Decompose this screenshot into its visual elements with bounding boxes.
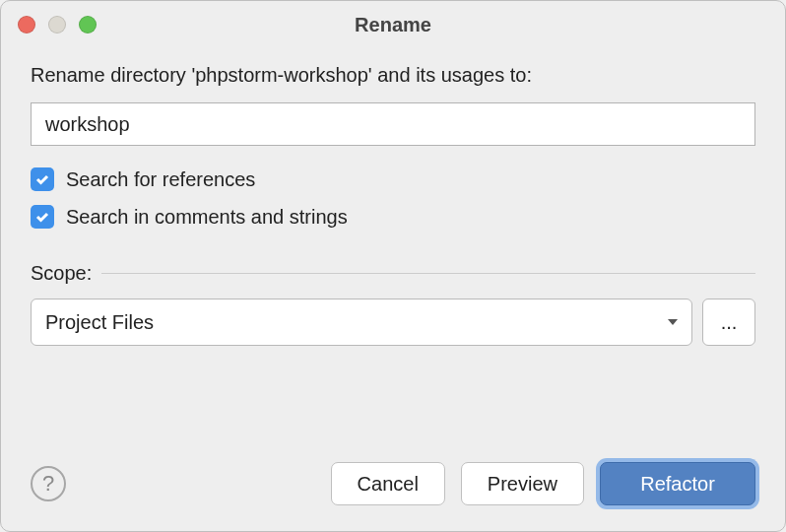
titlebar: Rename	[1, 1, 785, 48]
dialog-footer: ? Cancel Preview Refactor	[1, 462, 785, 531]
divider	[101, 273, 755, 274]
scope-label: Scope:	[31, 262, 92, 285]
scope-section: Scope: Project Files ...	[31, 262, 755, 346]
rename-dialog: Rename Rename directory 'phpstorm-worksh…	[0, 0, 786, 532]
options-group: Search for references Search in comments…	[31, 167, 755, 242]
scope-row: Project Files ...	[31, 299, 755, 346]
check-icon	[34, 171, 50, 187]
scope-header: Scope:	[31, 262, 755, 285]
ellipsis-icon: ...	[721, 311, 738, 334]
window-controls	[18, 16, 97, 33]
search-comments-label: Search in comments and strings	[66, 206, 348, 229]
search-references-label: Search for references	[66, 168, 255, 191]
cancel-button[interactable]: Cancel	[331, 462, 445, 505]
new-name-input[interactable]	[31, 102, 755, 146]
window-title: Rename	[1, 14, 785, 36]
scope-browse-button[interactable]: ...	[702, 299, 755, 346]
scope-selected-value: Project Files	[45, 311, 154, 334]
maximize-window-button[interactable]	[79, 16, 97, 33]
search-references-row: Search for references	[31, 167, 755, 191]
dialog-content: Rename directory 'phpstorm-workshop' and…	[1, 48, 785, 462]
close-window-button[interactable]	[18, 16, 35, 33]
chevron-down-icon	[668, 319, 678, 325]
search-references-checkbox[interactable]	[31, 167, 54, 191]
preview-button[interactable]: Preview	[461, 462, 584, 505]
minimize-window-button[interactable]	[48, 16, 66, 33]
prompt-label: Rename directory 'phpstorm-workshop' and…	[31, 64, 755, 87]
help-button[interactable]: ?	[31, 466, 66, 501]
search-comments-row: Search in comments and strings	[31, 205, 755, 229]
scope-combobox[interactable]: Project Files	[31, 299, 692, 346]
help-icon: ?	[42, 471, 54, 497]
search-comments-checkbox[interactable]	[31, 205, 54, 229]
refactor-button[interactable]: Refactor	[600, 462, 755, 505]
check-icon	[34, 209, 50, 225]
action-buttons: Cancel Preview Refactor	[331, 462, 755, 505]
